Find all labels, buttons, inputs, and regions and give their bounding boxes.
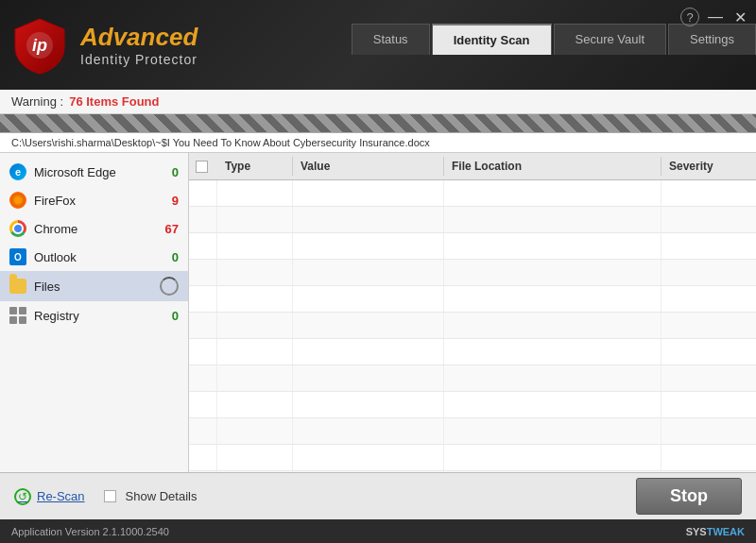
right-panel: Type Value File Location Severity — [189, 153, 756, 472]
sidebar-item-registry[interactable]: Registry 0 — [0, 301, 188, 330]
window-controls: ? — ✕ — [680, 8, 748, 26]
outlook-icon: O — [9, 248, 26, 265]
edge-count: 0 — [160, 165, 179, 179]
show-details-area: Show Details — [104, 489, 198, 503]
sidebar-item-firefox[interactable]: FireFox 9 — [0, 186, 188, 214]
svg-text:ip: ip — [32, 36, 47, 55]
table-row — [189, 233, 756, 260]
file-path-bar: C:\Users\rishi.sharma\Desktop\~$I You Ne… — [0, 133, 756, 153]
sidebar-item-microsoft-edge[interactable]: e Microsoft Edge 0 — [0, 158, 188, 186]
table-header-check[interactable] — [189, 157, 217, 176]
firefox-icon — [9, 192, 26, 209]
table-row — [189, 313, 756, 339]
app-logo-icon: ip — [9, 14, 71, 76]
logo-area: ip Advanced Identity Protector — [9, 14, 198, 76]
table-header-location: File Location — [444, 157, 662, 176]
chrome-label: Chrome — [34, 222, 152, 236]
table-body — [189, 180, 756, 472]
tab-bar: Status Identity Scan Secure Vault Settin… — [352, 24, 756, 55]
content-split: e Microsoft Edge 0 FireFox 9 Chrome 67 O… — [0, 153, 756, 472]
edge-label: Microsoft Edge — [34, 165, 152, 179]
tab-status[interactable]: Status — [352, 24, 430, 55]
close-button[interactable]: ✕ — [731, 8, 748, 25]
tab-identity-scan[interactable]: Identity Scan — [432, 24, 552, 55]
left-panel: e Microsoft Edge 0 FireFox 9 Chrome 67 O… — [0, 153, 189, 472]
edge-icon: e — [9, 163, 26, 180]
outlook-label: Outlook — [34, 250, 152, 264]
table-row — [189, 207, 756, 233]
sidebar-item-files[interactable]: Files — [0, 271, 188, 301]
app-title-advanced: Advanced — [80, 23, 198, 52]
show-details-checkbox[interactable] — [104, 490, 116, 502]
rescan-label: Re-Scan — [37, 489, 85, 503]
tab-secure-vault[interactable]: Secure Vault — [554, 24, 666, 55]
header-checkbox[interactable] — [196, 161, 208, 173]
show-details-label: Show Details — [126, 489, 198, 503]
table-row — [189, 339, 756, 365]
table-header-type: Type — [217, 157, 293, 176]
warning-bar: Warning : 76 Items Found — [0, 90, 756, 114]
warning-label: Warning : — [11, 94, 63, 109]
tab-settings[interactable]: Settings — [668, 24, 756, 55]
files-loading-icon — [160, 277, 179, 296]
systweak-logo: SYSTWEAK — [686, 526, 745, 537]
table-row — [189, 260, 756, 286]
main-content: Warning : 76 Items Found C:\Users\rishi.… — [0, 90, 756, 519]
app-version: Application Version 2.1.1000.2540 — [11, 526, 169, 537]
table-header-value: Value — [293, 157, 444, 176]
table-row — [189, 365, 756, 392]
warning-count: 76 Items Found — [69, 94, 159, 109]
chrome-count: 67 — [160, 222, 179, 236]
table-header-severity: Severity — [662, 157, 756, 176]
help-button[interactable]: ? — [680, 8, 699, 26]
minimize-button[interactable]: — — [707, 8, 724, 25]
outlook-count: 0 — [160, 250, 179, 264]
chrome-icon — [9, 220, 26, 237]
app-title: Advanced Identity Protector — [80, 23, 198, 67]
table-row — [189, 180, 756, 207]
status-bar: Application Version 2.1.1000.2540 SYSTWE… — [0, 519, 756, 543]
files-icon — [9, 279, 26, 294]
app-title-sub: Identity Protector — [80, 52, 198, 67]
scan-progress-bar — [0, 114, 756, 133]
stop-button[interactable]: Stop — [636, 478, 742, 515]
table-row — [189, 392, 756, 418]
rescan-icon: ↺ — [14, 488, 31, 505]
table-row — [189, 445, 756, 471]
table-header: Type Value File Location Severity — [189, 153, 756, 180]
sidebar-item-chrome[interactable]: Chrome 67 — [0, 214, 188, 243]
registry-count: 0 — [160, 309, 179, 323]
sidebar-item-outlook[interactable]: O Outlook 0 — [0, 243, 188, 271]
registry-icon — [9, 307, 26, 324]
table-row — [189, 418, 756, 445]
table-row — [189, 286, 756, 313]
files-label: Files — [34, 280, 152, 294]
firefox-label: FireFox — [34, 194, 152, 208]
bottom-bar: ↺ Re-Scan Show Details Stop — [0, 472, 756, 519]
registry-label: Registry — [34, 309, 152, 323]
firefox-count: 9 — [160, 194, 179, 208]
rescan-button[interactable]: ↺ Re-Scan — [14, 488, 85, 505]
title-bar: ip Advanced Identity Protector Status Id… — [0, 0, 756, 90]
